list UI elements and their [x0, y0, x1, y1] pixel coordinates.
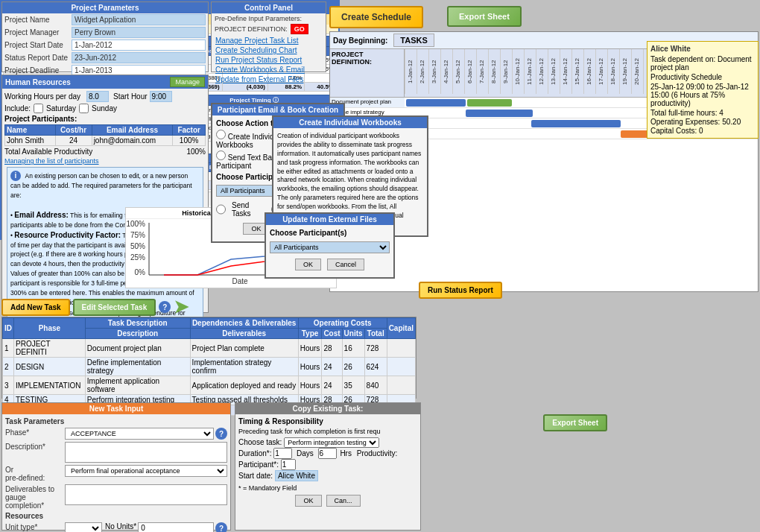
- working-hours-label: Working Hours per day: [4, 92, 86, 101]
- deliver-input[interactable]: [65, 484, 227, 505]
- working-hours-value[interactable]: 8.0: [86, 91, 109, 102]
- menu-run-report[interactable]: Run Project Status Report: [212, 55, 326, 65]
- export-sheet-button-bottom[interactable]: Export Sheet: [543, 414, 607, 431]
- col-name: Name: [5, 125, 56, 136]
- gantt-date-cell: 11-Jan-12: [524, 49, 536, 94]
- desc-label: Description*: [5, 442, 65, 451]
- phase-select[interactable]: ACCEPTANCE: [65, 428, 214, 440]
- participant-factor: 100%: [173, 136, 206, 146]
- send-tasks-radio[interactable]: [216, 201, 226, 218]
- desc-input[interactable]: [65, 442, 227, 463]
- gantt-date-cell: 18-Jan-12: [607, 49, 619, 94]
- col-factor: Factor: [173, 125, 206, 136]
- gantt-date-cell: 17-Jan-12: [595, 49, 607, 94]
- copy-ok-button[interactable]: OK: [295, 495, 321, 507]
- task-capital-2: [387, 358, 415, 376]
- task-buttons-area: Add New Task Edit Selected Task ? ➤: [1, 297, 189, 317]
- update-external-dialog: Update from External Files Choose Partic…: [265, 212, 395, 279]
- export-sheet-bottom-container: Export Sheet: [543, 414, 607, 431]
- unit-type-select[interactable]: [65, 522, 102, 532]
- col-capital: Capital: [387, 318, 415, 339]
- days-label: Days: [297, 449, 314, 457]
- menu-create-workbooks[interactable]: Create Workbooks & Email: [212, 65, 326, 75]
- create-schedule-button[interactable]: Create Schedule: [329, 6, 423, 28]
- productivity-label: Productivity:: [357, 449, 397, 457]
- hr-title: Human Resources: [5, 78, 71, 86]
- field-label-name: Project Name: [4, 16, 72, 24]
- task-params-label: Task Parameters: [5, 417, 227, 425]
- col-op-costs: Operating Costs: [298, 318, 387, 329]
- project-participants-label: Project Participants:: [4, 115, 206, 123]
- total-productivity-label: Total Available Productivity: [4, 148, 92, 156]
- managing-participants-link[interactable]: Managing the list of participants: [4, 157, 206, 165]
- new-task-title: New Task Input: [2, 403, 230, 414]
- duration-days-input[interactable]: [273, 448, 292, 459]
- participants-table: Name Cost/hr Email Address Factor John S…: [4, 124, 206, 146]
- alice-name: Alice White: [650, 45, 755, 53]
- task-desc-2: Define implementation strategy: [85, 358, 190, 376]
- external-cancel-button[interactable]: Cancel: [327, 259, 364, 270]
- task-type-3: Hours: [298, 376, 322, 395]
- col-deliverables: Deliverables: [190, 329, 298, 339]
- start-hour-value[interactable]: 9:00: [150, 91, 172, 102]
- participant-email-title: Participant Email & Book Creation: [212, 104, 343, 115]
- alice-info-panel: Alice White Task dependent on: Document …: [647, 41, 759, 139]
- external-participants-select[interactable]: All Participants: [270, 241, 390, 253]
- go-button[interactable]: GO: [291, 24, 308, 34]
- gantt-date-cell: 7-Jan-12: [476, 49, 488, 94]
- menu-create-chart[interactable]: Create Scheduling Chart: [212, 45, 326, 55]
- sunday-checkbox[interactable]: [79, 104, 89, 113]
- timing-label: Timing & Responsibility: [238, 417, 417, 425]
- project-params-panel: Project Parameters Project Name Widget A…: [1, 1, 209, 72]
- predefined-select[interactable]: Perform final operational acceptance: [65, 465, 227, 477]
- gantt-date-cell: 10-Jan-12: [512, 49, 524, 94]
- gantt-bar-2-planned: [531, 120, 621, 127]
- gantt-date-cell: 1-Jan-12: [405, 49, 417, 94]
- action2-radio[interactable]: [216, 151, 226, 160]
- duration-hrs-input[interactable]: [318, 448, 337, 459]
- participant-email: john@domain.com: [92, 136, 173, 146]
- phase-help-icon[interactable]: ?: [215, 428, 227, 440]
- gantt-date-cell: 8-Jan-12: [488, 49, 500, 94]
- external-ok-button[interactable]: OK: [295, 259, 321, 270]
- task-id-2: 2: [3, 358, 14, 376]
- no-units-help-icon[interactable]: ?: [215, 522, 227, 532]
- task-deliv-3: Application deployed and ready: [190, 376, 298, 395]
- task-units-1: 16: [342, 339, 364, 358]
- choose-task-select[interactable]: Perform integration testing: [284, 437, 379, 448]
- no-units-input[interactable]: [138, 522, 214, 532]
- copy-cancel-button[interactable]: Can...: [326, 495, 361, 507]
- add-new-task-button[interactable]: Add New Task: [1, 299, 70, 316]
- start-date-label: Start date:: [238, 472, 273, 480]
- gantt-date-cell: 14-Jan-12: [560, 49, 571, 94]
- saturday-checkbox[interactable]: [34, 104, 43, 113]
- choose-participants-label-ext: Choose Participant(s): [270, 229, 390, 237]
- gantt-date-cell: 3-Jan-12: [428, 49, 440, 94]
- field-value-status-date: 23-Jun-2012: [72, 52, 206, 63]
- manage-button[interactable]: Manage: [170, 77, 205, 87]
- participant-input[interactable]: [281, 459, 296, 470]
- menu-update-external[interactable]: Update from External Files: [212, 75, 326, 84]
- alice-op-exp: Operating Expenses: 50.20: [650, 118, 755, 126]
- menu-manage-task[interactable]: Manage Project Task List: [212, 36, 326, 45]
- run-status-btn-container: Run Status Report: [419, 282, 502, 299]
- task-capital-1: [387, 339, 415, 358]
- help-icon[interactable]: ?: [159, 301, 171, 313]
- start-date-value[interactable]: Alice White: [275, 470, 318, 481]
- alice-cap-costs: Capital Costs: 0: [650, 127, 755, 135]
- task-total-1: 728: [364, 339, 387, 358]
- field-label-deadline: Project Deadline: [4, 66, 72, 75]
- col-phase: Phase: [14, 318, 86, 339]
- run-status-button[interactable]: Run Status Report: [419, 282, 502, 299]
- task-deliv-2: Implementation strategy confirm: [190, 358, 298, 376]
- action1-radio[interactable]: [216, 130, 226, 139]
- col-desc: Description: [85, 329, 190, 339]
- export-sheet-button-top[interactable]: Export Sheet: [447, 6, 522, 27]
- edit-selected-task-button[interactable]: Edit Selected Task: [73, 299, 156, 316]
- update-external-title: Update from External Files: [266, 214, 393, 225]
- task-phase-1: PROJECT DEFINITI: [14, 339, 86, 358]
- task-total-2: 624: [364, 358, 387, 376]
- task-table: ID Phase Task Description Dependencies &…: [2, 317, 416, 416]
- task-desc-1: Document project plan: [85, 339, 190, 358]
- field-value-start[interactable]: 1-Jan-2012: [72, 39, 206, 51]
